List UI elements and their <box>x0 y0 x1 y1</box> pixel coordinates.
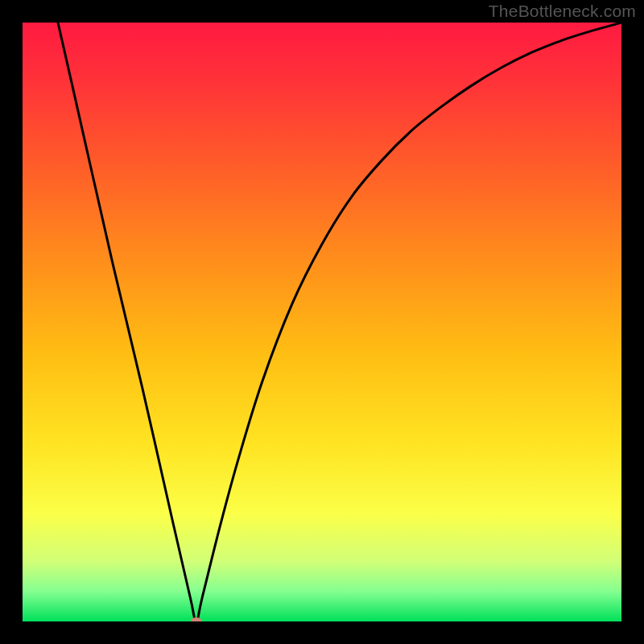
plot-svg <box>23 23 621 621</box>
chart-container: TheBottleneck.com <box>0 0 644 644</box>
gradient-background <box>23 23 621 621</box>
plot-area <box>23 23 621 621</box>
watermark-text: TheBottleneck.com <box>489 2 636 21</box>
